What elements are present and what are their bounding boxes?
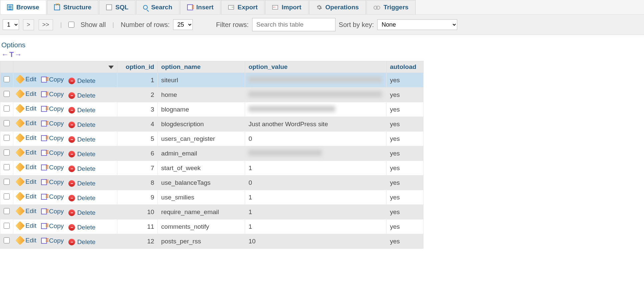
sort-key-label: Sort by key: [339,21,374,29]
sql-icon [106,4,112,10]
options-toggle[interactable]: Options [1,41,644,49]
copy-link[interactable]: Copy [41,208,64,215]
copy-link[interactable]: Copy [41,120,64,127]
edit-link[interactable]: Edit [17,149,36,156]
cell-option-name: home [158,88,245,102]
pencil-icon [15,221,25,230]
delete-link[interactable]: −Delete [68,224,95,231]
delete-link[interactable]: −Delete [68,209,95,216]
edit-link[interactable]: Edit [17,90,36,98]
next-page-button[interactable]: > [23,19,34,30]
edit-link[interactable]: Edit [17,207,36,215]
tab-browse[interactable]: Browse [0,0,46,14]
delete-icon: − [68,180,75,187]
delete-link[interactable]: −Delete [68,165,95,172]
tab-triggers[interactable]: Triggers [367,0,416,14]
sort-key-select[interactable]: None [377,19,457,30]
row-checkbox[interactable] [4,193,10,199]
header-option-name[interactable]: option_name [158,61,245,73]
edit-link[interactable]: Edit [17,222,36,229]
cell-option-value: 1 [248,208,252,215]
copy-link[interactable]: Copy [41,91,64,98]
row-checkbox[interactable] [4,135,10,141]
cell-option-id: 11 [117,219,158,234]
copy-link[interactable]: Copy [41,76,64,83]
tab-sql[interactable]: SQL [99,0,135,14]
delete-icon: − [68,195,75,201]
sort-indicator-icon[interactable] [108,66,114,69]
copy-link[interactable]: Copy [41,237,64,244]
edit-link[interactable]: Edit [17,105,36,112]
edit-link[interactable]: Edit [17,76,36,83]
copy-link[interactable]: Copy [41,105,64,113]
pencil-icon [15,236,25,245]
show-all-label: Show all [80,21,106,29]
copy-link[interactable]: Copy [41,222,64,230]
tab-operations[interactable]: Operations [309,0,366,14]
row-checkbox[interactable] [4,106,10,112]
edit-link[interactable]: Edit [17,120,36,127]
copy-link[interactable]: Copy [41,149,64,156]
page-select[interactable]: 1 [3,19,19,30]
delete-link[interactable]: −Delete [68,121,95,129]
row-checkbox[interactable] [4,164,10,170]
table-row: EditCopy−Delete3blognamexyes [0,102,424,117]
cell-autoload: yes [387,73,424,88]
row-checkbox[interactable] [4,91,10,97]
cell-option-value: 1 [248,194,252,201]
show-all-checkbox[interactable] [68,22,74,28]
edit-link[interactable]: Edit [17,163,36,171]
delete-link[interactable]: −Delete [68,77,95,85]
delete-link[interactable]: −Delete [68,107,95,114]
table-row: EditCopy−Delete11comments_notify1yes [0,219,424,234]
arrow-left-icon[interactable]: ← [1,50,9,59]
table-row: EditCopy−Delete7start_of_week1yes [0,161,424,175]
header-option-id[interactable]: option_id [117,61,158,73]
row-checkbox[interactable] [4,223,10,229]
row-checkbox[interactable] [4,237,10,243]
row-checkbox[interactable] [4,208,10,214]
delete-icon: − [68,151,75,157]
tab-export[interactable]: Export [221,0,264,14]
header-autoload[interactable]: autoload [387,61,424,73]
operations-icon [316,4,322,10]
tab-structure[interactable]: Structure [47,0,98,14]
copy-link[interactable]: Copy [41,164,64,171]
tab-import[interactable]: Import [265,0,308,14]
delete-link[interactable]: −Delete [68,92,95,99]
arrow-right-icon[interactable]: → [14,50,22,59]
separator: | [60,21,62,28]
edit-link[interactable]: Edit [17,134,36,142]
copy-link[interactable]: Copy [41,178,64,186]
delete-link[interactable]: −Delete [68,180,95,187]
pencil-icon [15,75,25,84]
copy-icon [41,121,47,127]
pencil-icon [15,133,25,143]
data-table: option_id option_name option_value autol… [0,61,424,249]
table-row: EditCopy−Delete9use_smilies1yes [0,190,424,205]
edit-link[interactable]: Edit [17,178,36,185]
num-rows-select[interactable]: 25 [173,19,193,30]
edit-link[interactable]: Edit [17,193,36,200]
tab-label: Import [281,4,301,11]
import-icon [272,5,278,10]
delete-link[interactable]: −Delete [68,136,95,143]
last-page-button[interactable]: >> [39,19,53,30]
cell-option-name: blogdescription [158,117,245,132]
tab-search[interactable]: Search [136,0,179,14]
tab-insert[interactable]: Insert [180,0,221,14]
copy-link[interactable]: Copy [41,135,64,142]
row-checkbox[interactable] [4,76,10,82]
header-option-value[interactable]: option_value [245,61,387,73]
row-checkbox[interactable] [4,120,10,126]
cell-option-id: 1 [117,73,158,88]
delete-link[interactable]: −Delete [68,150,95,158]
table-row: EditCopy−Delete10require_name_email1yes [0,205,424,219]
copy-link[interactable]: Copy [41,193,64,200]
filter-rows-input[interactable] [252,18,336,31]
row-checkbox[interactable] [4,149,10,155]
delete-link[interactable]: −Delete [68,238,95,246]
row-checkbox[interactable] [4,179,10,185]
delete-link[interactable]: −Delete [68,194,95,202]
edit-link[interactable]: Edit [17,237,36,244]
